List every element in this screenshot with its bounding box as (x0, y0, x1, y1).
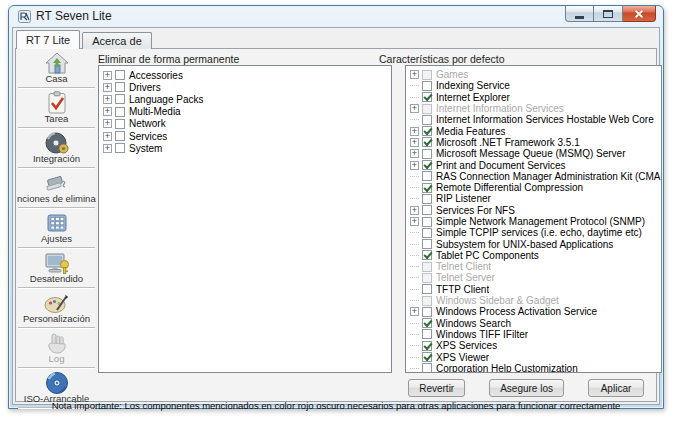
expand-plus-icon[interactable]: + (103, 132, 112, 141)
checkbox-unchecked[interactable] (115, 107, 125, 117)
expand-plus-icon[interactable]: + (103, 71, 112, 80)
checkbox-unchecked[interactable] (422, 205, 432, 215)
checkbox-unchecked[interactable] (422, 273, 432, 283)
feature-row[interactable]: TFTP Client (410, 284, 661, 295)
feature-row[interactable]: Simple TCPIP services (i.e. echo, daytim… (410, 227, 661, 238)
checkbox-unchecked[interactable] (422, 363, 432, 373)
checkbox-unchecked[interactable] (115, 82, 125, 92)
titlebar[interactable]: RT Seven Lite (9, 6, 663, 27)
sidebar-item-ajustes[interactable]: Ajustes (17, 210, 96, 246)
checkbox-checked[interactable] (422, 341, 432, 351)
remove-component-row[interactable]: +System (103, 142, 391, 154)
feature-row[interactable]: Windows Search (410, 318, 661, 329)
feature-row[interactable]: Telnet Server (410, 272, 661, 283)
feature-row[interactable]: +Internet Information Services (410, 103, 661, 114)
checkbox-unchecked[interactable] (115, 143, 125, 153)
expand-plus-icon[interactable]: + (103, 119, 112, 128)
checkbox-unchecked[interactable] (115, 119, 125, 129)
expand-plus-icon[interactable]: + (410, 70, 419, 79)
remove-component-row[interactable]: +Drivers (103, 81, 391, 93)
feature-row[interactable]: Indexing Service (410, 80, 661, 91)
checkbox-checked[interactable] (422, 160, 432, 170)
sidebar-item-casa[interactable]: Casa (17, 50, 96, 86)
default-features-list[interactable]: +GamesIndexing ServiceInternet Explorer+… (405, 65, 662, 373)
checkbox-checked[interactable] (422, 137, 432, 147)
checkbox-checked[interactable] (422, 318, 432, 328)
apply-button[interactable]: Aplicar (588, 379, 644, 397)
remove-component-row[interactable]: +Multi-Media (103, 106, 391, 118)
checkbox-unchecked[interactable] (422, 171, 432, 181)
checkbox-unchecked[interactable] (422, 115, 432, 125)
remove-component-row[interactable]: +Network (103, 118, 391, 130)
close-button[interactable] (623, 6, 656, 22)
checkbox-unchecked[interactable] (422, 329, 432, 339)
checkbox-unchecked[interactable] (422, 194, 432, 204)
checkbox-checked[interactable] (422, 183, 432, 193)
checkbox-unchecked[interactable] (422, 284, 432, 294)
expand-plus-icon[interactable]: + (410, 161, 419, 170)
checkbox-unchecked[interactable] (115, 70, 125, 80)
feature-row[interactable]: Corporation Help Customization (410, 363, 661, 373)
expand-plus-icon[interactable]: + (103, 144, 112, 153)
feature-row[interactable]: Internet Explorer (410, 92, 661, 103)
sidebar-item-integracion[interactable]: Integración (17, 130, 96, 166)
checkbox-unchecked[interactable] (422, 307, 432, 317)
feature-row[interactable]: +Games (410, 69, 661, 80)
secure-button[interactable]: Asegure los (489, 379, 564, 397)
tab-rt7lite[interactable]: RT 7 Lite (16, 30, 80, 49)
feature-row[interactable]: Telnet Client (410, 261, 661, 272)
expand-plus-icon[interactable]: + (410, 206, 419, 215)
checkbox-unchecked[interactable] (422, 262, 432, 272)
feature-row[interactable]: +Print and Document Services (410, 159, 661, 170)
checkbox-checked[interactable] (422, 92, 432, 102)
minimize-button[interactable] (565, 6, 594, 22)
checkbox-checked[interactable] (422, 352, 432, 362)
remove-component-row[interactable]: +Accessories (103, 69, 391, 81)
feature-row[interactable]: +Services For NFS (410, 205, 661, 216)
remove-component-row[interactable]: +Language Packs (103, 93, 391, 105)
checkbox-unchecked[interactable] (422, 228, 432, 238)
feature-row[interactable]: XPS Viewer (410, 351, 661, 362)
expand-plus-icon[interactable]: + (410, 127, 419, 136)
tab-acercade[interactable]: Acerca de (82, 32, 152, 49)
feature-row[interactable]: Windows Sidebar & Gadget (410, 295, 661, 306)
sidebar-item-personalizacion[interactable]: Personalización (17, 290, 96, 326)
feature-row[interactable]: +Simple Network Management Protocol (SNM… (410, 216, 661, 227)
feature-row[interactable]: XPS Services (410, 340, 661, 351)
feature-row[interactable]: RIP Listener (410, 193, 661, 204)
expand-plus-icon[interactable]: + (410, 217, 419, 226)
expand-plus-icon[interactable]: + (410, 307, 419, 316)
revert-button[interactable]: Revertir (408, 379, 465, 397)
maximize-button[interactable] (594, 6, 623, 22)
feature-row[interactable]: +Microsoft Message Queue (MSMQ) Server (410, 148, 661, 159)
feature-row[interactable]: +Microsoft .NET Framework 3.5.1 (410, 137, 661, 148)
checkbox-unchecked[interactable] (422, 217, 432, 227)
expand-plus-icon[interactable]: + (410, 104, 419, 113)
feature-row[interactable]: Windows TIFF IFilter (410, 329, 661, 340)
checkbox-checked[interactable] (422, 126, 432, 136)
sidebar-item-opciones-eliminacion[interactable]: nciones de eliminac (17, 170, 96, 206)
sidebar-item-tarea[interactable]: Tarea (17, 90, 96, 126)
feature-row[interactable]: Remote Differential Compression (410, 182, 661, 193)
expand-plus-icon[interactable]: + (410, 138, 419, 147)
remove-components-tree[interactable]: +Accessories+Drivers+Language Packs+Mult… (98, 65, 392, 373)
expand-plus-icon[interactable]: + (103, 83, 112, 92)
checkbox-unchecked[interactable] (115, 94, 125, 104)
feature-row[interactable]: Internet Information Services Hostable W… (410, 114, 661, 125)
feature-row[interactable]: Tablet PC Components (410, 250, 661, 261)
expand-plus-icon[interactable]: + (103, 95, 112, 104)
checkbox-unchecked[interactable] (115, 131, 125, 141)
feature-row[interactable]: +Media Features (410, 125, 661, 136)
feature-row[interactable]: +Windows Process Activation Service (410, 306, 661, 317)
checkbox-unchecked[interactable] (422, 104, 432, 114)
checkbox-unchecked[interactable] (422, 149, 432, 159)
sidebar-item-desatendido[interactable]: Desatendido (17, 250, 96, 286)
checkbox-unchecked[interactable] (422, 239, 432, 249)
feature-row[interactable]: Subsystem for UNIX-based Applications (410, 238, 661, 249)
expand-plus-icon[interactable]: + (103, 107, 112, 116)
checkbox-checked[interactable] (422, 250, 432, 260)
checkbox-unchecked[interactable] (422, 81, 432, 91)
remove-component-row[interactable]: +Services (103, 130, 391, 142)
checkbox-unchecked[interactable] (422, 296, 432, 306)
expand-plus-icon[interactable]: + (410, 149, 419, 158)
